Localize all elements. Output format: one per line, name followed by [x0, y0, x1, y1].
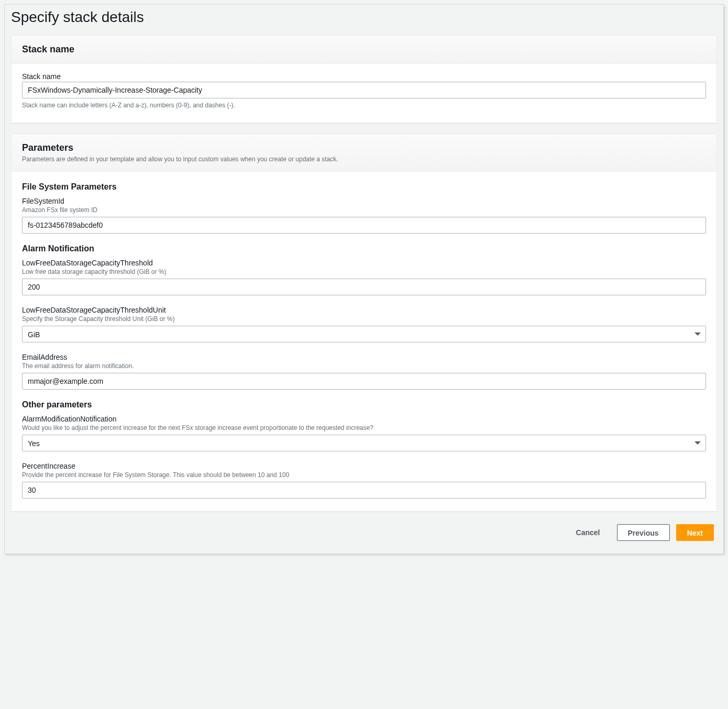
alarm-mod-label: AlarmModificationNotification	[22, 415, 706, 423]
percent-increase-input[interactable]	[22, 482, 706, 498]
parameters-panel-header: Parameters Parameters are defined in you…	[12, 134, 716, 172]
alarm-notification-heading: Alarm Notification	[22, 244, 706, 253]
alarm-mod-field: AlarmModificationNotification Would you …	[22, 415, 706, 451]
parameters-panel: Parameters Parameters are defined in you…	[11, 134, 717, 512]
page-title: Specify stack details	[5, 5, 723, 35]
parameters-panel-subtitle: Parameters are defined in your template …	[22, 156, 706, 163]
file-system-id-hint: Amazon FSx file system ID	[22, 206, 706, 214]
stack-name-panel: Stack name Stack name Stack name can inc…	[11, 35, 717, 123]
alarm-mod-hint: Would you like to adjust the percent inc…	[22, 424, 706, 431]
stack-name-panel-body: Stack name Stack name can include letter…	[12, 64, 716, 123]
stack-name-panel-header: Stack name	[12, 36, 716, 64]
previous-button[interactable]: Previous	[617, 524, 670, 541]
threshold-unit-select[interactable]: GiB	[22, 326, 706, 342]
email-input[interactable]	[22, 373, 706, 390]
file-system-id-input[interactable]	[22, 217, 706, 234]
threshold-hint: Low free data storage capacity threshold…	[22, 268, 706, 275]
cancel-button[interactable]: Cancel	[566, 524, 611, 541]
stack-name-input[interactable]	[22, 82, 706, 98]
percent-increase-label: PercentIncrease	[22, 462, 706, 470]
email-hint: The email address for alarm notification…	[22, 362, 706, 370]
alarm-mod-select[interactable]: Yes	[22, 435, 706, 451]
parameters-panel-body: File System Parameters FileSystemId Amaz…	[12, 172, 716, 511]
stack-name-hint: Stack name can include letters (A-Z and …	[22, 102, 706, 109]
threshold-unit-field: LowFreeDataStorageCapacityThresholdUnit …	[22, 306, 706, 342]
stack-name-field: Stack name Stack name can include letter…	[22, 72, 706, 109]
threshold-unit-hint: Specify the Storage Capacity threshold U…	[22, 315, 706, 323]
threshold-unit-select-wrap: GiB	[22, 326, 706, 342]
next-button[interactable]: Next	[676, 524, 714, 541]
parameters-panel-title: Parameters	[22, 142, 706, 153]
stack-name-label: Stack name	[22, 72, 706, 81]
file-system-id-field: FileSystemId Amazon FSx file system ID	[22, 197, 706, 234]
file-system-id-label: FileSystemId	[22, 197, 706, 205]
page-container: Specify stack details Stack name Stack n…	[4, 4, 724, 554]
percent-increase-hint: Provide the percent increase for File Sy…	[22, 471, 706, 479]
email-label: EmailAddress	[22, 353, 706, 361]
footer-actions: Cancel Previous Next	[5, 522, 723, 543]
percent-increase-field: PercentIncrease Provide the percent incr…	[22, 462, 706, 498]
threshold-unit-label: LowFreeDataStorageCapacityThresholdUnit	[22, 306, 706, 314]
threshold-input[interactable]	[22, 279, 706, 295]
alarm-mod-select-wrap: Yes	[22, 435, 706, 451]
other-parameters-heading: Other parameters	[22, 400, 706, 409]
file-system-parameters-heading: File System Parameters	[22, 182, 706, 192]
email-field: EmailAddress The email address for alarm…	[22, 353, 706, 390]
stack-name-panel-title: Stack name	[22, 44, 706, 55]
threshold-label: LowFreeDataStorageCapacityThreshold	[22, 259, 706, 267]
threshold-field: LowFreeDataStorageCapacityThreshold Low …	[22, 259, 706, 295]
